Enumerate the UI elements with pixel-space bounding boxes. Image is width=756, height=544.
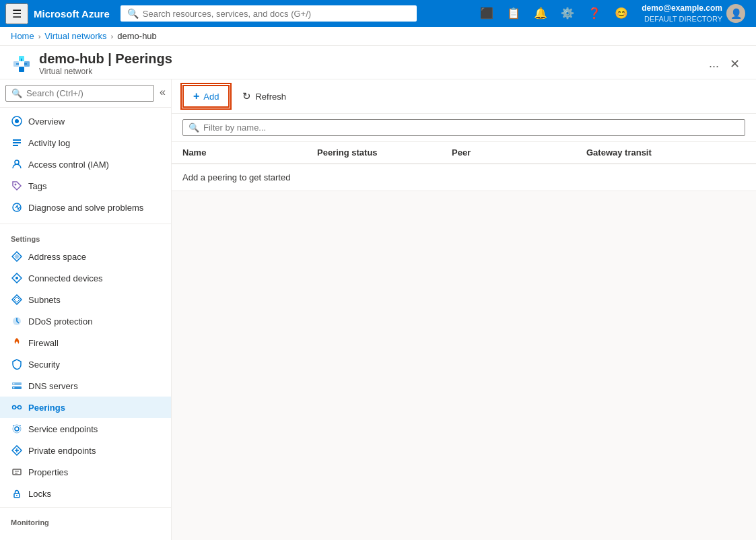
sidebar-search-icon: 🔍: [11, 88, 22, 98]
global-search-box[interactable]: 🔍: [121, 5, 417, 22]
settings-divider: [0, 224, 171, 224]
page-icon: [11, 53, 32, 75]
page-subtitle: Virtual network: [39, 67, 698, 76]
hamburger-icon: ☰: [12, 8, 22, 20]
sidebar-item-security[interactable]: Security: [0, 353, 171, 375]
svg-marker-20: [12, 295, 22, 304]
svg-line-33: [20, 425, 21, 426]
svg-point-19: [15, 277, 18, 279]
sidebar-item-subnets[interactable]: Subnets: [0, 289, 171, 310]
svg-point-9: [15, 119, 19, 123]
sidebar: 🔍 « Overview Activity log: [0, 79, 172, 540]
address-space-icon: [11, 250, 23, 263]
monitoring-divider: [0, 507, 171, 508]
page-title: demo-hub | Peerings: [39, 51, 698, 67]
connected-devices-icon: [11, 272, 23, 284]
dns-icon: [11, 380, 23, 392]
sidebar-item-tags[interactable]: Tags: [0, 175, 171, 197]
vnet-icon: [11, 53, 32, 75]
sidebar-item-properties[interactable]: Properties: [0, 461, 171, 483]
peerings-icon: [11, 401, 23, 413]
sidebar-item-service-endpoints-label: Service endpoints: [28, 424, 98, 434]
settings-button[interactable]: ⚙️: [555, 3, 580, 24]
sidebar-item-private-endpoints-label: Private endpoints: [28, 446, 96, 456]
refresh-button[interactable]: ↻ Refresh: [235, 86, 294, 107]
monitoring-section-label: Monitoring: [0, 510, 171, 529]
toolbar: + Add ↻ Refresh: [172, 79, 756, 114]
sidebar-item-overview-label: Overview: [28, 116, 65, 127]
global-search-icon: 🔍: [127, 8, 139, 19]
col-gateway-transit: Gateway transit: [586, 147, 745, 158]
overview-icon: [11, 115, 23, 127]
breadcrumb-virtual-networks[interactable]: Virtual networks: [44, 31, 106, 41]
global-search-input[interactable]: [143, 9, 410, 19]
sidebar-item-diagnose-label: Diagnose and solve problems: [28, 203, 143, 213]
sidebar-item-overview[interactable]: Overview: [0, 110, 171, 132]
svg-point-26: [13, 387, 15, 388]
sidebar-collapse-button[interactable]: «: [154, 83, 171, 101]
sidebar-item-diagnose[interactable]: Diagnose and solve problems: [0, 197, 171, 218]
cloud-shell-button[interactable]: ⬛: [475, 3, 499, 24]
more-options-button[interactable]: ...: [703, 54, 724, 73]
sidebar-item-dns-servers[interactable]: DNS servers: [0, 375, 171, 397]
sidebar-item-locks-label: Locks: [28, 489, 51, 499]
svg-rect-10: [13, 139, 21, 141]
filter-input-wrap[interactable]: 🔍: [182, 119, 745, 136]
sidebar-search-row: 🔍 «: [0, 79, 171, 108]
main-layout: 🔍 « Overview Activity log: [0, 79, 756, 540]
sidebar-item-service-endpoints[interactable]: Service endpoints: [0, 418, 171, 440]
user-menu[interactable]: demo@example.com DEFAULT DIRECTORY 👤: [636, 1, 751, 26]
add-button[interactable]: + Add: [182, 85, 230, 108]
subnets-icon: [11, 294, 23, 306]
empty-state-text: Add a peering to get started: [182, 172, 290, 182]
sidebar-item-address-space[interactable]: Address space: [0, 246, 171, 267]
svg-point-30: [15, 427, 19, 431]
svg-point-41: [16, 495, 18, 496]
col-name: Name: [182, 147, 317, 158]
sidebar-item-ddos-label: DDoS protection: [28, 316, 92, 327]
service-endpoints-icon: [11, 423, 23, 435]
sidebar-search-box[interactable]: 🔍: [5, 85, 154, 102]
sidebar-item-firewall[interactable]: Firewall: [0, 332, 171, 353]
hamburger-button[interactable]: ☰: [5, 3, 28, 24]
properties-icon: [11, 466, 23, 478]
breadcrumb-home[interactable]: Home: [11, 31, 34, 41]
close-button[interactable]: ✕: [724, 54, 745, 74]
sidebar-nav: Overview Activity log Access control (IA…: [0, 108, 171, 221]
activity-log-icon: [11, 137, 23, 149]
add-icon: +: [193, 90, 199, 102]
breadcrumb-current: demo-hub: [117, 31, 157, 41]
filter-bar: 🔍: [172, 114, 756, 142]
svg-rect-11: [13, 142, 21, 143]
svg-point-27: [13, 406, 16, 409]
svg-point-14: [15, 184, 17, 186]
firewall-icon: [11, 337, 23, 349]
page-header: demo-hub | Peerings Virtual network ... …: [0, 46, 756, 79]
sidebar-item-connected-devices[interactable]: Connected devices: [0, 267, 171, 289]
notifications-button[interactable]: 🔔: [528, 3, 553, 24]
filter-input[interactable]: [203, 123, 739, 133]
sidebar-item-activity-log[interactable]: Activity log: [0, 132, 171, 154]
sidebar-item-peerings[interactable]: Peerings: [0, 397, 171, 418]
breadcrumb: Home › Virtual networks › demo-hub: [0, 27, 756, 46]
sidebar-item-locks[interactable]: Locks: [0, 483, 171, 504]
feedback-button[interactable]: 📋: [502, 3, 526, 24]
user-email: demo@example.com: [642, 3, 722, 14]
account-button[interactable]: 😊: [609, 3, 633, 24]
sidebar-item-security-label: Security: [28, 360, 60, 370]
sidebar-item-dns-label: DNS servers: [28, 381, 78, 391]
sidebar-item-private-endpoints[interactable]: Private endpoints: [0, 440, 171, 461]
breadcrumb-sep-1: ›: [38, 32, 41, 40]
sidebar-item-firewall-label: Firewall: [28, 338, 59, 348]
sidebar-item-access-control[interactable]: Access control (IAM): [0, 154, 171, 175]
topbar: ☰ Microsoft Azure 🔍 ⬛ 📋 🔔 ⚙️ ❓ 😊 demo@ex…: [0, 0, 756, 27]
tags-icon: [11, 180, 23, 192]
sidebar-item-connected-devices-label: Connected devices: [28, 273, 103, 283]
sidebar-search-input[interactable]: [26, 88, 148, 98]
filter-search-icon: 🔍: [188, 123, 199, 133]
ddos-icon: [11, 315, 23, 327]
help-button[interactable]: ❓: [582, 3, 607, 24]
sidebar-item-properties-label: Properties: [28, 467, 68, 477]
sidebar-item-ddos[interactable]: DDoS protection: [0, 310, 171, 332]
topbar-right: ⬛ 📋 🔔 ⚙️ ❓ 😊 demo@example.com DEFAULT DI…: [475, 1, 751, 26]
